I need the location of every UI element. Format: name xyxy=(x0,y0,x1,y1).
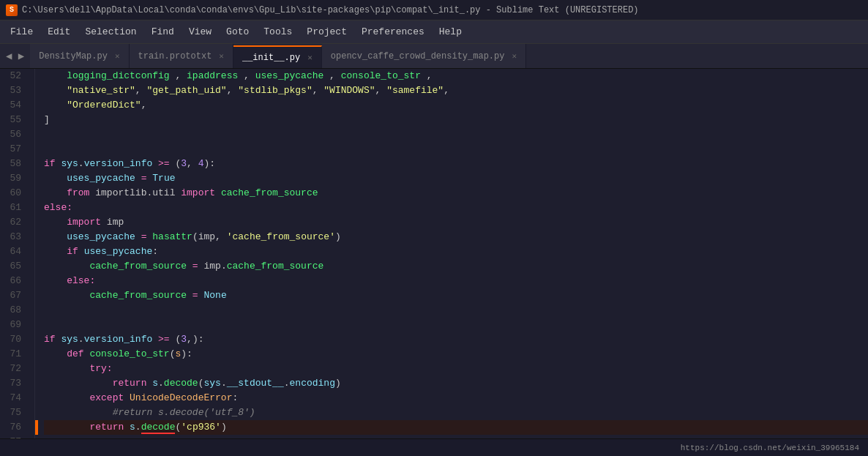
code-line-70: if sys.version_info >= (3,): xyxy=(44,332,868,347)
menu-tools[interactable]: Tools xyxy=(256,23,299,40)
code-editor[interactable]: logging_dictconfig , ipaddress , uses_py… xyxy=(35,69,868,438)
code-line-71: def console_to_str(s): xyxy=(44,347,868,362)
tab-bar: ◀ ▶ DensityMap.py ✕ train.prototxt ✕ __i… xyxy=(0,44,868,69)
code-line-62: import imp xyxy=(44,215,868,230)
code-line-52: logging_dictconfig , ipaddress , uses_py… xyxy=(44,69,868,83)
menu-bar: File Edit Selection Find View Goto Tools… xyxy=(0,20,868,44)
tab-prototxt[interactable]: train.prototxt ✕ xyxy=(130,44,233,68)
menu-file[interactable]: File xyxy=(3,23,40,40)
code-line-59: uses_pycache = True xyxy=(44,171,868,186)
menu-help[interactable]: Help xyxy=(432,23,469,40)
menu-preferences[interactable]: Preferences xyxy=(354,23,432,40)
close-tab-prototxt[interactable]: ✕ xyxy=(219,51,224,61)
tab-label: DensityMap.py xyxy=(39,51,108,61)
menu-selection[interactable]: Selection xyxy=(78,23,143,40)
code-line-76: return s.decode('cp936') xyxy=(44,420,868,435)
code-line-56 xyxy=(44,127,868,142)
app-icon: S xyxy=(6,4,18,16)
close-tab-densitymap[interactable]: ✕ xyxy=(115,51,120,61)
menu-goto[interactable]: Goto xyxy=(219,23,256,40)
tab-init[interactable]: __init__.py ✕ xyxy=(233,45,322,68)
code-line-74: except UnicodeDecodeError: xyxy=(44,391,868,405)
title-bar: S C:\Users\dell\AppData\Local\conda\cond… xyxy=(0,0,868,20)
menu-edit[interactable]: Edit xyxy=(40,23,78,40)
close-tab-init[interactable]: ✕ xyxy=(307,53,313,62)
close-tab-opencv[interactable]: ✕ xyxy=(512,51,517,61)
code-line-73: return s.decode(sys.__stdout__.encoding) xyxy=(44,376,868,391)
code-line-61: else: xyxy=(44,201,868,215)
tab-densitymap[interactable]: DensityMap.py ✕ xyxy=(30,44,129,68)
code-line-53: "native_str", "get_path_uid", "stdlib_pk… xyxy=(44,83,868,98)
code-line-77 xyxy=(44,435,868,438)
code-line-64: if uses_pycache: xyxy=(44,244,868,259)
code-line-68 xyxy=(44,303,868,318)
tab-label: opencv_caffe_crowd_density_map.py xyxy=(331,51,505,61)
tab-nav[interactable]: ◀ ▶ xyxy=(0,44,30,68)
editor-area: 525354555657 585960616263 646566676869 7… xyxy=(0,69,868,438)
title-text: C:\Users\dell\AppData\Local\conda\conda\… xyxy=(22,5,639,15)
code-line-67: cache_from_source = None xyxy=(44,288,868,303)
code-line-55: ] xyxy=(44,113,868,127)
code-line-58: if sys.version_info >= (3, 4): xyxy=(44,157,868,171)
status-bar: https://blog.csdn.net/weixin_39965184 xyxy=(0,438,868,456)
code-line-75: #return s.decode('utf_8') xyxy=(44,405,868,420)
menu-find[interactable]: Find xyxy=(144,23,182,40)
code-line-54: "OrderedDict", xyxy=(44,98,868,113)
line-numbers: 525354555657 585960616263 646566676869 7… xyxy=(0,69,35,438)
code-line-72: try: xyxy=(44,362,868,376)
menu-view[interactable]: View xyxy=(182,23,219,40)
menu-project[interactable]: Project xyxy=(299,23,354,40)
tab-label: __init__.py xyxy=(242,53,300,63)
status-url: https://blog.csdn.net/weixin_39965184 xyxy=(681,444,859,452)
code-line-66: else: xyxy=(44,274,868,288)
code-line-57 xyxy=(44,142,868,157)
code-line-60: from importlib.util import cache_from_so… xyxy=(44,186,868,201)
code-line-69 xyxy=(44,318,868,332)
code-line-65: cache_from_source = imp.cache_from_sourc… xyxy=(44,259,868,274)
code-line-63: uses_pycache = hasattr(imp, 'cache_from_… xyxy=(44,230,868,244)
tab-opencv[interactable]: opencv_caffe_crowd_density_map.py ✕ xyxy=(322,44,526,68)
tab-label: train.prototxt xyxy=(138,51,212,61)
